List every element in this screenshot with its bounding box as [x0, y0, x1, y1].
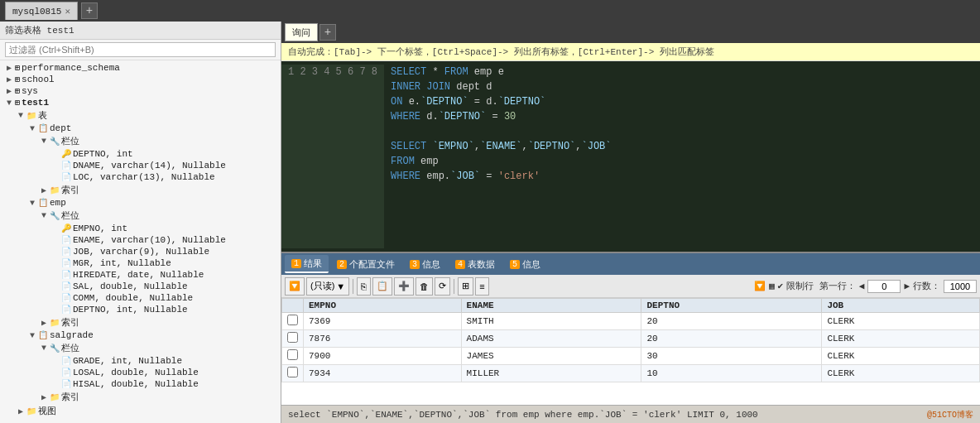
tree-item-emp-hiredate[interactable]: 📄HIREDATE, date, Nullable [0, 269, 281, 281]
code-content[interactable]: SELECT * FROM emp e INNER JOIN dept d ON… [384, 65, 980, 248]
tree-item-salgrade-grade[interactable]: 📄GRADE, int, Nullable [0, 355, 281, 367]
filter-input[interactable] [5, 42, 276, 57]
table-row[interactable]: 7934MILLER10CLERK [282, 365, 980, 382]
tree-item-salgrade-losal[interactable]: 📄LOSAL, double, Nullable [0, 367, 281, 378]
tree-item-icon: 📄 [61, 270, 71, 280]
tree-item-emp-sal[interactable]: 📄SAL, double, Nullable [0, 281, 281, 292]
tree-expander[interactable]: ▼ [26, 331, 38, 340]
add-row-button[interactable]: ➕ [394, 277, 414, 296]
tree-item-emp-mgr[interactable]: 📄MGR, int, Nullable [0, 257, 281, 269]
tree-item-emp-col[interactable]: ▼🔧栏位 [0, 209, 281, 223]
tree-item-dept-loc[interactable]: 📄LOC, varchar(13), Nullable [0, 171, 281, 183]
delete-row-button[interactable]: 🗑 [416, 277, 433, 296]
tree-item-sys[interactable]: ▶⊞sys [0, 85, 281, 97]
window-tab-close[interactable]: ✕ [65, 6, 70, 17]
limit-start-input[interactable] [867, 280, 901, 293]
col-header-check [282, 299, 304, 313]
tree-item-emp-job[interactable]: 📄JOB, varchar(9), Nullable [0, 246, 281, 257]
tree-expander[interactable]: ▼ [38, 344, 50, 353]
tree-item-emp-idx[interactable]: ▶📁索引 [0, 315, 281, 329]
tree-expander[interactable]: ▶ [38, 185, 50, 195]
tree-item-icon: ⊞ [15, 63, 20, 73]
tree-item-dept-col[interactable]: ▼🔧栏位 [0, 134, 281, 148]
tree-expander[interactable]: ▶ [3, 63, 15, 73]
tree-expander[interactable]: ▼ [26, 124, 38, 133]
tree-expander[interactable]: ▶ [3, 75, 15, 84]
query-area: 询问 + 自动完成：[Tab]-> 下一个标签，[Ctrl+Space]-> 列… [281, 22, 980, 253]
tree-expander[interactable]: ▶ [38, 318, 50, 328]
window-tab[interactable]: mysql0815 ✕ [5, 2, 78, 20]
tree-item-views[interactable]: ▶📁视图 [0, 404, 281, 418]
readonly-dropdown[interactable]: (只读) ▼ [306, 277, 349, 296]
row-checkbox[interactable] [282, 348, 304, 365]
tree-expander[interactable]: ▼ [38, 137, 50, 146]
tab-label: 表数据 [468, 258, 495, 271]
results-area: 1 结果2 个配置文件3 信息4 表数据5 信息 🔽 (只读) ▼ ⎘ 📋 ➕ … [281, 253, 980, 405]
tree-item-dept[interactable]: ▼📋dept [0, 123, 281, 134]
tab-number: 1 [291, 259, 301, 268]
new-tab-button[interactable]: + [81, 2, 98, 19]
refresh-button[interactable]: ⟳ [435, 277, 450, 296]
tree-item-dept-deptno[interactable]: 🔑DEPTNO, int [0, 148, 281, 160]
tree-item-perf[interactable]: ▶⊞performance_schema [0, 62, 281, 74]
table-row[interactable]: 7369SMITH20CLERK [282, 313, 980, 330]
copy-button[interactable]: ⎘ [357, 277, 371, 296]
results-tab-profile[interactable]: 2 个配置文件 [330, 255, 401, 273]
sort-icon: ✔ [778, 281, 784, 291]
tree-item-emp-ename[interactable]: 📄ENAME, varchar(10), Nullable [0, 234, 281, 246]
tree-item-salgrade-idx[interactable]: ▶📁索引 [0, 390, 281, 404]
tree-item-icon: 📄 [61, 356, 71, 366]
results-toolbar: 🔽 (只读) ▼ ⎘ 📋 ➕ 🗑 ⟳ ⊞ ≡ 🔽 ▦ ✔ 限制行 第一 [281, 275, 980, 298]
prev-page-icon[interactable]: ◀ [859, 281, 865, 291]
tree-item-icon: 📄 [61, 368, 71, 377]
filter-button[interactable]: 🔽 [285, 277, 305, 296]
tree-item-emp-empno[interactable]: 🔑EMPNO, int [0, 223, 281, 234]
paste-button[interactable]: 📋 [372, 277, 392, 296]
query-tab-add[interactable]: + [319, 24, 336, 41]
table-row[interactable]: 7876ADAMS20CLERK [282, 330, 980, 348]
dropdown-arrow: ▼ [336, 281, 345, 291]
tree-item-school[interactable]: ▶⊞school [0, 74, 281, 85]
tree-item-dept-idx[interactable]: ▶📁索引 [0, 183, 281, 197]
row-checkbox[interactable] [282, 365, 304, 382]
tree-item-test1-biao[interactable]: ▼📁表 [0, 108, 281, 123]
tree-item-label: 索引 [61, 184, 79, 196]
cell-empno: 7900 [304, 348, 462, 365]
tree-item-emp[interactable]: ▼📋emp [0, 197, 281, 209]
tree-expander[interactable]: ▼ [3, 99, 15, 108]
tree-item-salgrade-hisal[interactable]: 📄HISAL, double, Nullable [0, 378, 281, 390]
tab-label: 信息 [522, 258, 540, 271]
code-editor[interactable]: 1 2 3 4 5 6 7 8 SELECT * FROM emp e INNE… [281, 61, 980, 252]
query-tab-main[interactable]: 询问 [285, 23, 318, 41]
tree-item-emp-comm[interactable]: 📄COMM, double, Nullable [0, 292, 281, 304]
tree-item-label: 视图 [38, 405, 56, 417]
tree-item-dept-dname[interactable]: 📄DNAME, varchar(14), Nullable [0, 160, 281, 171]
table-row[interactable]: 7900JAMES30CLERK [282, 348, 980, 365]
results-tab-result[interactable]: 1 结果 [285, 255, 329, 273]
next-page-icon[interactable]: ▶ [904, 281, 910, 291]
sidebar-header: 筛选表格 test1 [0, 22, 281, 40]
limit-label: 限制行 第一行： [786, 280, 856, 292]
results-tab-info5[interactable]: 5 信息 [503, 255, 547, 273]
tree-item-label: sys [22, 86, 38, 96]
form-button[interactable]: ≡ [475, 277, 488, 296]
col-header-DEPTNO: DEPTNO [641, 299, 822, 313]
tree-expander[interactable]: ▶ [38, 392, 50, 402]
tree-expander[interactable]: ▼ [26, 199, 38, 208]
row-checkbox[interactable] [282, 330, 304, 348]
tree-item-test1[interactable]: ▼⊞test1 [0, 97, 281, 108]
tree-expander[interactable]: ▼ [38, 211, 50, 220]
results-tab-tabledata[interactable]: 4 表数据 [449, 255, 502, 273]
tree-expander[interactable]: ▶ [3, 86, 15, 96]
tree-item-salgrade-col[interactable]: ▼🔧栏位 [0, 341, 281, 355]
results-tab-info3[interactable]: 3 信息 [403, 255, 447, 273]
tree-item-emp-deptno[interactable]: 📄DEPTNO, int, Nullable [0, 304, 281, 315]
sidebar-filter-container [0, 40, 281, 60]
tree-item-salgrade[interactable]: ▼📋salgrade [0, 329, 281, 341]
row-checkbox[interactable] [282, 313, 304, 330]
tree-expander[interactable]: ▼ [15, 111, 26, 120]
grid-button[interactable]: ⊞ [458, 277, 473, 296]
rowcount-input[interactable] [944, 280, 977, 293]
tree-item-icon: 📋 [38, 198, 48, 208]
tree-expander[interactable]: ▶ [15, 406, 26, 416]
